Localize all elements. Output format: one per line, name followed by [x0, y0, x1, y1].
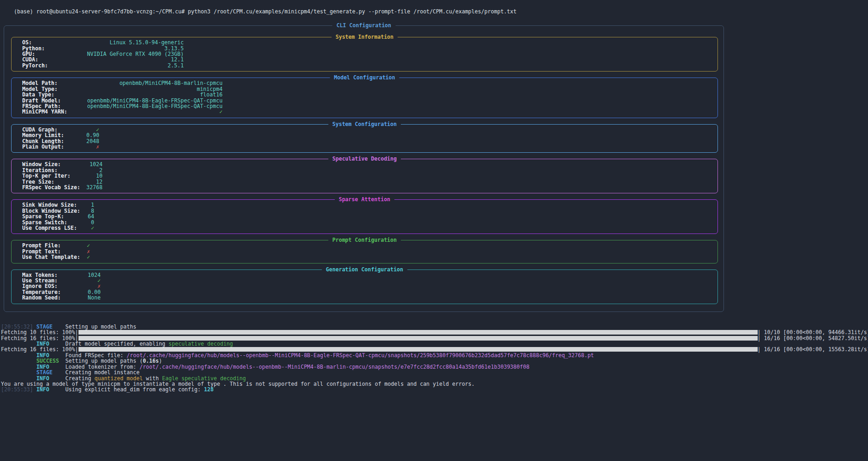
- config-row: MiniCPM4 YARN:✓: [22, 109, 707, 114]
- log-text: /root/.cache/huggingface/hub/models--ope…: [139, 364, 530, 370]
- log-line-fetch-10: Fetching 10 files: 100%|| 10/10 [00:00<0…: [1, 329, 868, 335]
- config-row: Use Compress LSE:✓: [22, 225, 707, 231]
- panel-title-sparse-attention: Sparse Attention: [335, 197, 395, 202]
- log-output: [20:55:32] STAGE Setting up model pathsF…: [1, 324, 868, 393]
- log-line-info-draft: INFO Draft model specified, enabling spe…: [1, 341, 868, 347]
- panel-speculative-decoding: Speculative DecodingWindow Size:1024Iter…: [11, 159, 718, 193]
- log-text: speculative decoding: [169, 341, 233, 347]
- config-row: Plain Output:✗: [22, 144, 707, 150]
- config-row: Prompt File:✓: [22, 243, 707, 248]
- panel-title-system-configuration: System Configuration: [328, 121, 401, 127]
- config-row: Ignore EOS:✗: [22, 283, 707, 289]
- config-row: Model Path:openbmb/MiniCPM4-8B-marlin-cp…: [22, 80, 707, 86]
- config-row: PyTorch:2.5.1: [22, 63, 707, 68]
- check-icon: ✓: [22, 109, 223, 114]
- log-text: | 16/16 [00:00<00:00, 54827.50it/s]: [758, 335, 868, 341]
- panel-prompt-configuration: Prompt ConfigurationPrompt File:✓Prompt …: [11, 240, 718, 263]
- config-value: 2.5.1: [22, 63, 184, 68]
- config-value: Linux 5.15.0-94-generic: [22, 40, 184, 45]
- shell-command-line: (base) root@ubuntu24-server-9bfc7d7bb-vc…: [1, 3, 868, 20]
- panel-generation-configuration: Generation ConfigurationMax Tokens:1024U…: [11, 269, 718, 304]
- cli-configuration-panel-title: CLI Configuration: [332, 23, 396, 28]
- config-row: CUDA:12.1: [22, 57, 707, 62]
- config-row: CUDA Graph:✓: [22, 127, 707, 132]
- log-text: 128: [204, 386, 214, 393]
- panel-body-model-configuration: Model Path:openbmb/MiniCPM4-8B-marlin-cp…: [12, 78, 717, 117]
- panel-title-model-configuration: Model Configuration: [330, 75, 399, 80]
- config-row: FRSpec Path:openbmb/MiniCPM4-8B-Eagle-FR…: [22, 103, 707, 109]
- progress-bar: [78, 336, 758, 341]
- panel-system-information: System InformationOS:Linux 5.15.0-94-gen…: [11, 37, 718, 72]
- config-row: Sparse Top-K:64: [22, 214, 707, 219]
- config-row: Model Type:minicpm4: [22, 86, 707, 92]
- config-row: Prompt Text:✗: [22, 249, 707, 254]
- terminal-screen: (base) root@ubuntu24-server-9bfc7d7bb-vc…: [0, 0, 868, 461]
- log-text: | 16/16 [00:00<00:00, 15563.28it/s]: [758, 346, 868, 353]
- panel-body-prompt-configuration: Prompt File:✓Prompt Text:✗Use Chat Templ…: [12, 240, 717, 263]
- panel-title-generation-configuration: Generation Configuration: [322, 267, 408, 272]
- panel-body-system-configuration: CUDA Graph:✓Memory Limit:0.90Chunk Lengt…: [12, 125, 717, 153]
- check-icon: ✓: [22, 254, 90, 260]
- progress-bar: [78, 330, 758, 335]
- panel-body-system-information: OS:Linux 5.15.0-94-genericPython:3.13.5G…: [12, 37, 717, 71]
- config-row: Use Chat Template:✓: [22, 254, 707, 260]
- config-value: 32768: [22, 185, 102, 190]
- config-value: None: [22, 295, 101, 300]
- panel-title-speculative-decoding: Speculative Decoding: [328, 156, 401, 162]
- cross-icon: ✗: [22, 144, 99, 150]
- config-value: NVIDIA GeForce RTX 4090 (23GB): [22, 51, 184, 57]
- configuration-sections: System InformationOS:Linux 5.15.0-94-gen…: [11, 37, 718, 304]
- config-row: Data Type:float16: [22, 92, 707, 97]
- log-line-stage-setup: [20:55:32] STAGE Setting up model paths: [1, 324, 868, 329]
- config-row: Chunk Length:2048: [22, 138, 707, 144]
- panel-system-configuration: System ConfigurationCUDA Graph:✓Memory L…: [11, 124, 718, 153]
- config-row: Random Seed:None: [22, 295, 707, 300]
- config-row: Memory Limit:0.90: [22, 132, 707, 138]
- log-text: Using explicit head_dim from eagle confi…: [49, 386, 204, 393]
- panel-title-prompt-configuration: Prompt Configuration: [328, 237, 401, 243]
- cli-configuration-panel: CLI Configuration System InformationOS:L…: [4, 25, 724, 311]
- config-row: Temperature:0.00: [22, 289, 707, 295]
- progress-bar: [78, 347, 758, 352]
- config-row: Use Stream:✓: [22, 278, 707, 283]
- config-row: Max Tokens:1024: [22, 272, 707, 278]
- panel-body-generation-configuration: Max Tokens:1024Use Stream:✓Ignore EOS:✗T…: [12, 270, 717, 304]
- log-line-info-headdim: [20:55:33] INFO Using explicit head_dim …: [1, 387, 868, 392]
- panel-model-configuration: Model ConfigurationModel Path:openbmb/Mi…: [11, 78, 718, 118]
- config-row: OS:Linux 5.15.0-94-generic: [22, 40, 707, 45]
- config-row: Sparse Switch:0: [22, 220, 707, 225]
- config-row: Top-K per Iter:10: [22, 173, 707, 179]
- check-icon: ✓: [22, 225, 94, 231]
- panel-body-sparse-attention: Sink Window Size:1Block Window Size:8Spa…: [12, 200, 717, 233]
- panel-body-speculative-decoding: Window Size:1024Iterations:2Top-K per It…: [12, 159, 717, 193]
- config-row: Window Size:1024: [22, 162, 707, 167]
- config-row: Tree Size:12: [22, 179, 707, 185]
- config-row: Sink Window Size:1: [22, 202, 707, 208]
- config-row: Iterations:2: [22, 168, 707, 173]
- config-row: Block Window Size:8: [22, 208, 707, 214]
- log-text: INFO: [36, 386, 49, 393]
- config-row: GPU:NVIDIA GeForce RTX 4090 (23GB): [22, 51, 707, 57]
- log-text: /root/.cache/huggingface/hub/models--ope…: [127, 352, 594, 359]
- config-row: FRSpec Vocab Size:32768: [22, 185, 707, 190]
- panel-title-system-information: System Information: [332, 34, 398, 40]
- log-text: [20:55:33]: [1, 386, 36, 393]
- panel-sparse-attention: Sparse AttentionSink Window Size:1Block …: [11, 199, 718, 234]
- shell-command-text: (base) root@ubuntu24-server-9bfc7d7bb-vc…: [14, 8, 517, 15]
